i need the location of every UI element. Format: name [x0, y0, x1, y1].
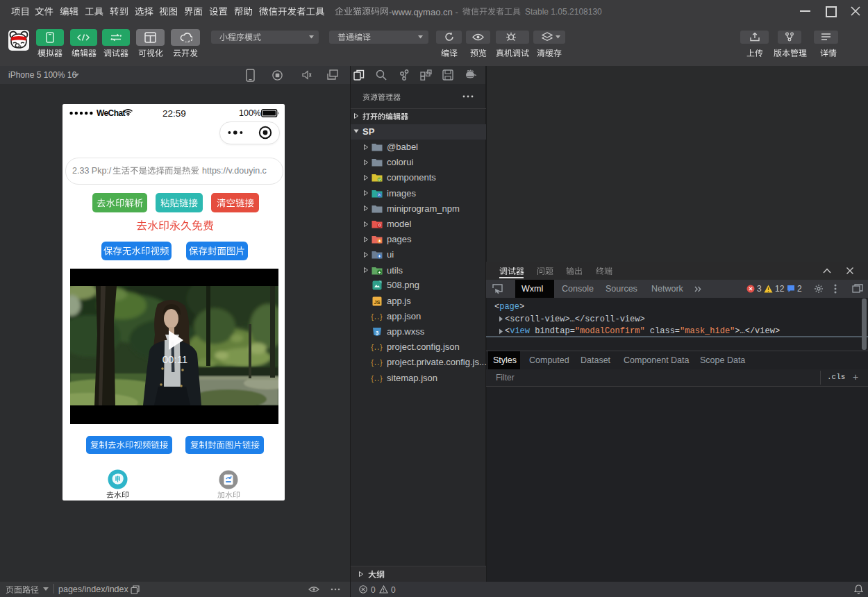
svg-text:{..}: {..} — [371, 344, 383, 352]
svg-text:{..}: {..} — [371, 359, 383, 367]
svg-text:{..}: {..} — [371, 375, 383, 383]
svg-text:JS: JS — [374, 299, 380, 305]
svg-text:3: 3 — [376, 329, 379, 335]
svg-text:{..}: {..} — [371, 313, 383, 321]
